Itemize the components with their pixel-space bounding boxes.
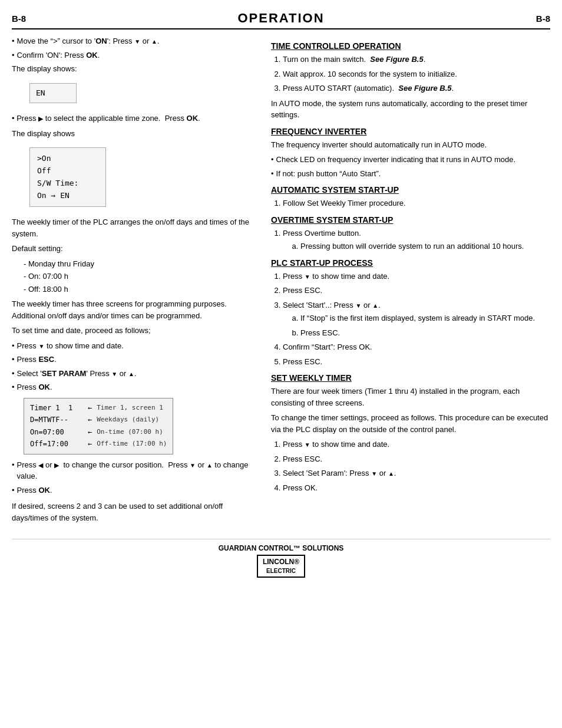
tco-para: In AUTO mode, the system runs automatica… [271, 98, 550, 121]
timer-row-2: D=MTWTF-- ← Weekdays (daily) [30, 414, 167, 426]
bullet-dot: • [12, 340, 15, 352]
display-box-2: >On Off S/W Time: On → EN [29, 147, 106, 207]
swt-item-4: Press OK. [283, 482, 550, 494]
bullet-move-cursor: • Move the “>” cursor to 'ON': Press or … [12, 35, 259, 47]
arrow-left-icon-4: ← [88, 438, 92, 450]
plc-sub-list: If “Stop” is the first item displayed, s… [283, 312, 550, 338]
arrow-down-icon-2 [38, 341, 44, 350]
page-header: B-8 OPERATION B-8 [12, 11, 550, 29]
swt-item-2: Press ESC. [283, 453, 550, 465]
header-left: B-8 [12, 14, 59, 24]
swt-para-2: To change the timer settings, proceed as… [271, 412, 550, 435]
bullet-press-ok-1: • Press OK. [12, 381, 259, 393]
timer-row-1: Timer 1 1 ← Timer 1, screen 1 [30, 402, 167, 414]
press-right-instruction: • Press to select the applicable time zo… [12, 113, 259, 124]
section-time-controlled-heading: TIME CONTROLLED OPERATION [271, 41, 550, 51]
arrow-up-icon [151, 37, 157, 45]
plc-item-4: Confirm “Start”: Press OK. [283, 341, 550, 353]
plc-item-3: Select 'Start'..: Press or . If “Stop” i… [283, 299, 550, 339]
bullet-dot: • [12, 50, 15, 61]
default-setting-label: Default setting: [12, 243, 259, 255]
arrow-up-icon-3 [207, 460, 213, 469]
display-shows-label-2: The display shows [12, 128, 259, 140]
bullet-dot: • [271, 168, 274, 180]
para-weekly-timer-2: The weekly timer has three screens for p… [12, 298, 259, 321]
plc-item-2: Press ESC. [283, 285, 550, 297]
plc-sub-a: If “Stop” is the first item displayed, s… [300, 312, 550, 324]
bullet-select-set-param: • Select 'SET PARAM' Press or . [12, 368, 259, 380]
ot-sub-list: Pressing button will override system to … [283, 241, 550, 252]
bullet-press-down: • Press to show time and date. [12, 340, 259, 352]
bullet-press-ok-2: • Press OK. [12, 485, 259, 496]
timer-display-box: Timer 1 1 ← Timer 1, screen 1 D=MTWTF-- … [24, 398, 173, 454]
bullet-press-esc: • Press ESC. [12, 354, 259, 365]
arrow-left-icon-1: ← [88, 402, 92, 414]
default-item-3: - Off: 18:00 h [24, 284, 259, 295]
swt-list: Press to show time and date. Press ESC. … [271, 439, 550, 493]
bullet-dot: • [12, 368, 15, 380]
fi-para: The frequency inverter should automatica… [271, 139, 550, 151]
swt-para-1: There are four week timers (Timer 1 thru… [271, 386, 550, 409]
section-auto-startup-heading: AUTOMATIC SYSTEM START-UP [271, 185, 550, 195]
arrow-down-icon-7 [305, 440, 310, 449]
arrow-up-icon-2 [128, 369, 134, 378]
bullet-dot: • [12, 485, 15, 496]
timer-row-4: Off=17:00 ← Off-time (17:00 h) [30, 438, 167, 450]
overtime-list: Press Overtime button. Pressing button w… [271, 228, 550, 252]
arrow-up-icon-4 [372, 301, 378, 309]
plc-sub-b: Press ESC. [300, 327, 550, 339]
lincoln-line2: ELECTRIC [263, 567, 299, 575]
main-content: • Move the “>” cursor to 'ON': Press or … [12, 35, 550, 527]
default-item-1: - Monday thru Friday [24, 258, 259, 270]
tco-item-2: Wait approx. 10 seconds for the system t… [283, 68, 550, 80]
arrow-down-icon-5 [305, 272, 310, 281]
page-footer: GUARDIAN CONTROL™ SOLUTIONS LINCOLN® ELE… [12, 539, 550, 578]
as-item-1: Follow Set Weekly Timer procedure. [283, 197, 550, 209]
time-controlled-list: Turn on the main switch. See Figure B.5.… [271, 54, 550, 94]
swt-item-3: Select 'Set Param': Press or . [283, 467, 550, 479]
section-overtime-heading: OVERTIME SYSTEM START-UP [271, 215, 550, 225]
display-shows-label-1: The display shows: [12, 63, 259, 75]
arrow-right-icon [38, 114, 43, 123]
bullet-dot: • [12, 35, 15, 47]
plc-startup-list: Press to show time and date. Press ESC. … [271, 271, 550, 368]
arrow-right-icon-2 [54, 460, 59, 469]
default-settings-list: - Monday thru Friday - On: 07:00 h - Off… [24, 258, 259, 295]
lincoln-line1: LINCOLN® [263, 557, 299, 567]
bullet-confirm-on: • Confirm 'ON': Press OK. [12, 50, 259, 61]
arrow-left-icon-2: ← [88, 414, 92, 426]
header-right: B-8 [503, 14, 550, 24]
arrow-down-icon-4 [190, 460, 196, 469]
arrow-h-right-icon: → [51, 191, 55, 200]
footer-brand: GUARDIAN CONTROL™ SOLUTIONS [12, 544, 550, 552]
bullet-dot: • [271, 154, 274, 166]
arrow-down-icon-8 [371, 469, 377, 477]
left-column: • Move the “>” cursor to 'ON': Press or … [12, 35, 259, 527]
fi-bullet-2: • If not: push button “Auto Start”. [271, 168, 550, 180]
timer-row-3: On=07:00 ← On-time (07:00 h) [30, 426, 167, 438]
arrow-left-icon-3: ← [88, 426, 92, 438]
arrow-up-icon-5 [388, 469, 394, 477]
tco-item-1: Turn on the main switch. See Figure B.5. [283, 54, 550, 65]
arrow-down-icon [134, 37, 140, 45]
swt-item-1: Press to show time and date. [283, 439, 550, 450]
section-plc-startup-heading: PLC START-UP PROCESS [271, 258, 550, 268]
para-weekly-timer-1: The weekly timer of the PLC arranges the… [12, 216, 259, 239]
page: B-8 OPERATION B-8 • Move the “>” cursor … [0, 0, 562, 728]
auto-startup-list: Follow Set Weekly Timer procedure. [271, 197, 550, 209]
right-column: TIME CONTROLLED OPERATION Turn on the ma… [271, 35, 550, 527]
section-frequency-inverter-heading: FREQUENCY INVERTER [271, 127, 550, 136]
ot-sub-a: Pressing button will override system to … [300, 241, 550, 252]
bullet-cursor-change: • Press or to change the cursor position… [12, 459, 259, 482]
arrow-down-icon-6 [355, 301, 361, 309]
bullet-dot: • [12, 459, 15, 482]
arrow-left-icon-5 [38, 460, 43, 469]
para-set-time-date: To set time and date, proceed as follows… [12, 325, 259, 337]
default-item-2: - On: 07:00 h [24, 271, 259, 282]
closing-para: If desired, screens 2 and 3 can be used … [12, 500, 259, 523]
display-box-1: EN [29, 83, 77, 104]
lincoln-badge: LINCOLN® ELECTRIC [257, 555, 305, 578]
plc-item-5: Press ESC. [283, 356, 550, 368]
fi-bullet-1: • Check LED on frequency inverter indica… [271, 154, 550, 166]
plc-item-1: Press to show time and date. [283, 271, 550, 282]
